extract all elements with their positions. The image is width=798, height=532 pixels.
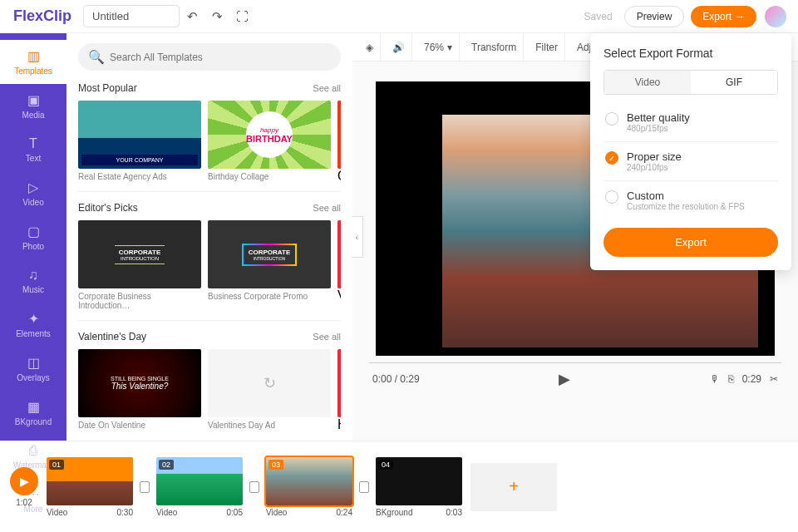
music-icon: ♫ (28, 268, 38, 283)
export-button[interactable]: Export→ (691, 6, 756, 27)
undo-icon[interactable]: ↶ (180, 5, 204, 28)
sidebar-item-label: Templates (14, 66, 52, 76)
option-subtitle: 240p/10fps (627, 163, 682, 172)
search-input[interactable] (110, 52, 331, 63)
filter-button[interactable]: Filter (529, 33, 565, 61)
sidebar-item-media[interactable]: ▣Media (0, 84, 66, 128)
template-card[interactable]: STILL BEING SINGLEThis Valentine?Date On… (78, 349, 201, 433)
template-caption: Date On Valentine (78, 417, 201, 433)
radio-icon (605, 112, 618, 126)
split-icon[interactable]: ⎘ (728, 373, 734, 385)
play-icon[interactable]: ▶ (559, 370, 570, 388)
section-title: Valentine's Day (78, 331, 146, 342)
fill-icon[interactable]: ◈ (359, 33, 381, 61)
option-title: Better quality (627, 111, 690, 124)
sidebar-item-templates[interactable]: ▥Templates (0, 40, 66, 84)
sidebar-item-music[interactable]: ♫Music (0, 259, 66, 303)
zoom-dropdown[interactable]: 76% ▾ (417, 33, 460, 61)
see-all-link[interactable]: See all (313, 203, 341, 213)
template-caption: Valentines Day Ad (208, 417, 331, 433)
sidebar-item-label: Photo (22, 242, 44, 251)
sidebar-item-photo[interactable]: ▢Photo (0, 215, 66, 259)
option-subtitle: Customize the resolution & FPS (627, 202, 745, 211)
template-caption: Real Estate Agency Ads (78, 169, 201, 185)
export-option[interactable]: CustomCustomize the resolution & FPS (603, 181, 778, 219)
sidebar-item-overlays[interactable]: ◫Overlays (0, 347, 66, 391)
sidebar-item-bkground[interactable]: ▦BKground (0, 391, 66, 435)
timeline-clip[interactable]: 02 (156, 457, 243, 505)
export-tab-gif[interactable]: GIF (691, 71, 777, 94)
scissors-icon[interactable]: ✂ (770, 373, 778, 385)
project-title[interactable]: Untitled (83, 5, 180, 27)
template-card[interactable]: happyBIRTHDAYBirthday Collage (208, 101, 331, 185)
template-card[interactable]: ↻Valentines Day Ad (208, 349, 331, 433)
bkground-icon: ▦ (27, 399, 40, 415)
radio-icon (605, 190, 618, 204)
redo-icon[interactable]: ↷ (205, 5, 229, 28)
template-card[interactable]: CORPORATEINTRODUCTIONBusiness Corporate … (208, 220, 331, 313)
see-all-link[interactable]: See all (313, 332, 341, 342)
mic-icon[interactable]: 🎙 (710, 373, 720, 385)
timeline: ▶ 1:02 01Video0:3002Video0:0503Video0:24… (0, 441, 798, 532)
fullscreen-icon[interactable]: ⛶ (230, 5, 254, 28)
transition-link[interactable] (140, 481, 150, 493)
clip-duration: 0:29 (742, 373, 761, 385)
total-duration: 1:02 (16, 498, 32, 507)
template-card-peek[interactable] (337, 101, 341, 169)
export-panel-title: Select Export Format (603, 47, 778, 60)
timeline-clip[interactable]: 01 (47, 457, 133, 505)
avatar[interactable] (765, 6, 786, 27)
template-thumb: CORPORATEINTRODUCTION (78, 220, 201, 288)
topbar: FlexClip Untitled ↶ ↷ ⛶ Saved Preview Ex… (0, 0, 798, 33)
export-confirm-button[interactable]: Export (603, 228, 778, 257)
section-title: Most Popular (78, 82, 137, 94)
export-tabs: VideoGIF (603, 70, 778, 95)
template-card-peek[interactable] (337, 220, 341, 288)
transition-link[interactable] (249, 481, 259, 493)
template-thumb: happyBIRTHDAY (208, 101, 331, 169)
templates-panel: 🔍 Most PopularSee allYOUR COMPANYReal Es… (66, 33, 352, 441)
templates-icon: ▥ (27, 48, 40, 64)
timeline-play-button[interactable]: ▶ (10, 467, 38, 495)
transform-button[interactable]: Transform (465, 33, 524, 61)
radio-icon (605, 151, 618, 165)
preview-button[interactable]: Preview (624, 6, 685, 27)
export-panel: Select Export Format VideoGIF Better qua… (590, 33, 791, 270)
sidebar-item-video[interactable]: ▷Video (0, 171, 66, 215)
saved-status: Saved (576, 7, 621, 26)
timeline-clip[interactable]: 03 (266, 457, 352, 505)
volume-icon[interactable]: 🔊 (386, 33, 412, 61)
sidebar-item-text[interactable]: TText (0, 128, 66, 171)
photo-icon: ▢ (27, 224, 40, 239)
template-caption: Business Corporate Promo (208, 288, 331, 304)
template-card-peek[interactable] (337, 349, 341, 417)
template-thumb: STILL BEING SINGLEThis Valentine? (78, 349, 201, 417)
sidebar-item-label: Overlays (17, 373, 49, 382)
playback-time: 0:00 / 0:29 (372, 373, 420, 385)
clip-type: Video (266, 508, 287, 517)
option-title: Custom (627, 190, 745, 202)
search-bar[interactable]: 🔍 (78, 43, 341, 71)
sidebar-item-label: Media (22, 111, 44, 120)
video-icon: ▷ (28, 180, 38, 195)
add-clip-button[interactable]: + (470, 463, 557, 511)
export-tab-video[interactable]: Video (604, 71, 691, 94)
clip-duration: 0:24 (337, 508, 352, 517)
clip-duration: 0:30 (117, 508, 133, 517)
sidebar-item-elements[interactable]: ✦Elements (0, 303, 66, 347)
export-option[interactable]: Better quality480p/15fps (603, 103, 778, 142)
transition-link[interactable] (359, 481, 369, 493)
template-card[interactable]: CORPORATEINTRODUCTIONCorporate Business … (78, 220, 201, 313)
watermark-icon: ⎙ (29, 443, 37, 458)
export-option[interactable]: Proper size240p/10fps (603, 142, 778, 181)
template-caption: Val (337, 288, 341, 303)
option-subtitle: 480p/15fps (627, 124, 690, 133)
see-all-link[interactable]: See all (313, 83, 341, 93)
sidebar-item-label: Video (22, 198, 43, 207)
timeline-clip[interactable]: 04 (376, 457, 462, 505)
clip-type: Video (156, 508, 177, 517)
chevron-down-icon: ▾ (447, 42, 452, 53)
template-card[interactable]: YOUR COMPANYReal Estate Agency Ads (78, 101, 201, 185)
collapse-panel-icon[interactable]: ‹ (352, 216, 363, 258)
clip-duration: 0:03 (446, 508, 462, 517)
